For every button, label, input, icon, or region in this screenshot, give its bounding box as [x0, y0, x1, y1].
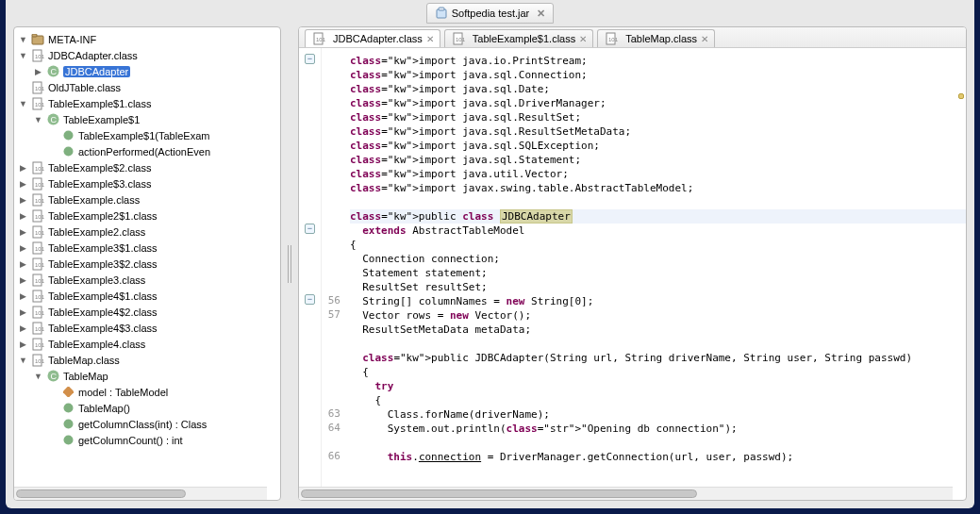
- chevron-right-icon[interactable]: ▶: [18, 210, 28, 221]
- classfile-icon: 101: [30, 241, 45, 255]
- chevron-right-icon[interactable]: ▶: [18, 274, 28, 285]
- classfile-icon: 101: [604, 32, 619, 45]
- sash[interactable]: [287, 26, 292, 501]
- tree-row[interactable]: ▼101JDBCAdapter.class: [14, 47, 280, 63]
- tree-row[interactable]: ▶101TableExample4$2.class: [14, 304, 280, 320]
- chevron-right-icon[interactable]: ▶: [18, 226, 28, 237]
- line-number: 63: [328, 407, 341, 422]
- title-tab[interactable]: Softpedia test.jar ✕: [426, 3, 555, 24]
- tree-label: TableExample$1.class: [48, 98, 151, 109]
- editor-tab[interactable]: 101TableExample$1.class✕: [444, 29, 593, 47]
- tree-row[interactable]: ▶101TableExample.class: [14, 191, 280, 207]
- classfile-icon: 101: [30, 161, 45, 174]
- code-line: class="kw">public JDBCAdapter(String url…: [350, 351, 966, 365]
- tree-row[interactable]: ▶101TableExample$3.class: [14, 175, 280, 191]
- tree-row[interactable]: ▼101TableExample$1.class: [14, 95, 280, 111]
- tree-row[interactable]: ▼101TableMap.class: [14, 352, 280, 368]
- code-area[interactable]: class="kw">import java.io.PrintStream;cl…: [344, 48, 966, 500]
- tree-row[interactable]: model : TableModel: [14, 384, 280, 400]
- tree-row[interactable]: ▶101TableExample3$1.class: [14, 240, 280, 256]
- editor-tab-label: JDBCAdapter.class: [333, 33, 423, 44]
- tree[interactable]: ▼META-INF▼101JDBCAdapter.class▶CJDBCAdap…: [14, 27, 280, 500]
- code-line: [350, 337, 966, 351]
- tree-row[interactable]: ▶101TableExample2$1.class: [14, 207, 280, 224]
- tree-label: JDBCAdapter: [63, 66, 130, 77]
- class-icon: C: [45, 370, 60, 383]
- editor-tab-label: TableMap.class: [625, 33, 697, 44]
- fold-gutter[interactable]: −−−: [299, 48, 322, 500]
- chevron-right-icon[interactable]: ▶: [33, 66, 43, 76]
- close-icon[interactable]: ✕: [701, 34, 708, 44]
- tree-row[interactable]: ▶101TableExample$2.class: [14, 159, 280, 175]
- tree-row[interactable]: ▼META-INF: [14, 31, 280, 47]
- fold-toggle[interactable]: −: [305, 294, 315, 305]
- editor-hscroll[interactable]: [299, 487, 953, 500]
- chevron-right-icon[interactable]: ▶: [18, 258, 28, 269]
- editor-tab[interactable]: 101JDBCAdapter.class✕: [305, 29, 440, 47]
- tree-row[interactable]: ▶CJDBCAdapter: [14, 63, 280, 79]
- tree-row[interactable]: ▶101TableExample2.class: [14, 224, 280, 240]
- tree-label: TableExample2.class: [48, 226, 145, 238]
- tree-label: TableMap: [63, 371, 108, 382]
- chevron-down-icon[interactable]: ▼: [33, 371, 43, 381]
- code-line: class="kw">import java.sql.ResultSet;: [350, 110, 966, 124]
- fold-toggle[interactable]: −: [305, 54, 315, 64]
- classfile-icon: 101: [30, 322, 45, 335]
- tree-row[interactable]: actionPerformed(ActionEven: [14, 143, 280, 159]
- code-line: Vector rows = new Vector();: [350, 308, 966, 323]
- tree-row[interactable]: ▼CTableMap: [14, 368, 280, 384]
- chevron-down-icon[interactable]: ▼: [18, 355, 28, 365]
- chevron-down-icon[interactable]: ▼: [18, 98, 28, 108]
- chevron-right-icon[interactable]: ▶: [18, 290, 28, 301]
- chevron-right-icon[interactable]: ▶: [18, 339, 28, 349]
- tree-label: TableExample$2.class: [48, 162, 151, 174]
- title-tab-label: Softpedia test.jar: [452, 8, 530, 19]
- tree-row[interactable]: ▼CTableExample$1: [14, 111, 280, 127]
- chevron-right-icon[interactable]: ▶: [18, 194, 28, 205]
- classfile-icon: 101: [30, 225, 45, 239]
- tree-hscroll[interactable]: [14, 487, 267, 500]
- svg-text:C: C: [50, 115, 57, 124]
- classfile-icon: 101: [30, 290, 45, 303]
- tree-label: TableExample3$2.class: [48, 258, 158, 270]
- tree-row[interactable]: TableExample$1(TableExam: [14, 127, 280, 143]
- code-line: class="kw">import java.sql.SQLException;: [350, 139, 966, 153]
- svg-text:101: 101: [35, 358, 44, 364]
- svg-text:101: 101: [35, 166, 44, 172]
- svg-text:101: 101: [35, 54, 44, 59]
- chevron-down-icon[interactable]: ▼: [33, 114, 43, 124]
- close-icon[interactable]: ✕: [537, 8, 545, 20]
- tree-row[interactable]: ▶101TableExample3$2.class: [14, 256, 280, 272]
- chevron-right-icon[interactable]: ▶: [18, 307, 28, 317]
- twisty-blank: [48, 435, 58, 445]
- tree-row[interactable]: 101OldJTable.class: [14, 79, 280, 95]
- chevron-right-icon[interactable]: ▶: [18, 242, 28, 253]
- tree-row[interactable]: ▶101TableExample4.class: [14, 336, 280, 352]
- chevron-right-icon[interactable]: ▶: [18, 323, 28, 333]
- tree-row[interactable]: TableMap(): [14, 400, 280, 416]
- close-icon[interactable]: ✕: [579, 34, 587, 44]
- chevron-right-icon[interactable]: ▶: [18, 162, 28, 173]
- twisty-blank: [48, 130, 58, 141]
- classfile-icon: 101: [30, 257, 45, 271]
- tree-row[interactable]: ▶101TableExample3.class: [14, 272, 280, 288]
- tree-row[interactable]: getColumnCount() : int: [14, 432, 280, 448]
- editor-tab[interactable]: 101TableMap.class✕: [597, 29, 715, 47]
- code-line: ResultSetMetaData metaData;: [350, 323, 966, 337]
- fold-toggle[interactable]: −: [305, 224, 315, 234]
- overview-marker[interactable]: [958, 93, 964, 99]
- tree-row[interactable]: getColumnClass(int) : Class: [14, 416, 280, 432]
- tree-label: model : TableModel: [78, 387, 168, 398]
- tree-row[interactable]: ▶101TableExample4$3.class: [14, 320, 280, 336]
- classfile-icon: 101: [451, 32, 466, 45]
- line-number: 56: [328, 294, 341, 308]
- title-tab-bar: Softpedia test.jar ✕: [6, 0, 974, 26]
- close-icon[interactable]: ✕: [426, 34, 434, 44]
- chevron-right-icon[interactable]: ▶: [18, 178, 28, 189]
- svg-text:101: 101: [35, 326, 44, 332]
- editor-tabs: 101JDBCAdapter.class✕101TableExample$1.c…: [299, 27, 966, 48]
- twisty-blank: [48, 403, 58, 413]
- chevron-down-icon[interactable]: ▼: [18, 34, 28, 44]
- chevron-down-icon[interactable]: ▼: [18, 50, 28, 60]
- tree-row[interactable]: ▶101TableExample4$1.class: [14, 288, 280, 304]
